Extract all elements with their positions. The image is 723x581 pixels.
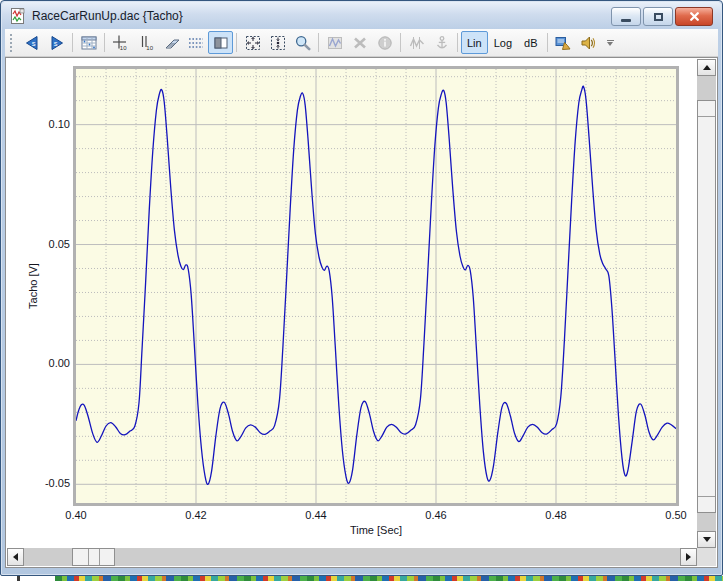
y-axis-title: Tacho [V] xyxy=(27,263,39,309)
app-icon xyxy=(10,8,26,24)
lin-scale-button[interactable]: Lin xyxy=(461,31,488,54)
zoom-selection-button[interactable] xyxy=(265,31,290,54)
toolbar-separator xyxy=(547,33,548,52)
zoom-fit-icon xyxy=(244,34,262,52)
x-tick-label: 0.40 xyxy=(65,509,86,521)
minimize-icon xyxy=(621,19,631,22)
scrollbar-corner xyxy=(697,548,716,566)
anchor-button[interactable] xyxy=(429,31,454,54)
anchor-icon xyxy=(433,34,451,52)
y-tick-label: 0.10 xyxy=(22,118,70,130)
y-scale-10-icon: 10 xyxy=(137,34,155,52)
x-tick-label: 0.44 xyxy=(305,509,326,521)
toolbar-overflow[interactable] xyxy=(607,40,614,46)
arrow-left-icon xyxy=(13,553,18,561)
curve-edit-icon xyxy=(326,34,344,52)
zoom-fit-button[interactable] xyxy=(240,31,265,54)
background-window-mark xyxy=(17,576,20,581)
stacked-layers-icon xyxy=(162,34,180,52)
scroll-down-button[interactable] xyxy=(697,531,716,548)
magnifier-button[interactable] xyxy=(290,31,315,54)
arrow-down-icon xyxy=(703,537,711,542)
delete-button[interactable] xyxy=(347,31,372,54)
background-window-strip xyxy=(0,576,723,581)
restore-icon xyxy=(654,13,663,21)
next-event-button[interactable]: s xyxy=(44,31,69,54)
transfer-icon xyxy=(554,34,572,52)
info-button[interactable] xyxy=(372,31,397,54)
curve-edit-button[interactable] xyxy=(322,31,347,54)
minimize-button[interactable] xyxy=(611,7,641,26)
svg-text:s: s xyxy=(31,39,35,48)
screen: RaceCarRunUp.dac {Tacho} s xyxy=(0,0,723,581)
plot-client-area: 0.400.420.440.460.480.500.100.050.00-0.0… xyxy=(5,57,718,568)
vertical-scroll-thumb[interactable] xyxy=(697,100,716,513)
delete-x-icon xyxy=(351,34,369,52)
horizontal-scroll-thumb[interactable] xyxy=(72,548,115,566)
svg-text:10: 10 xyxy=(146,45,153,51)
y-tick-label: 0.00 xyxy=(22,357,70,369)
arrow-right-icon xyxy=(686,553,691,561)
speaker-button[interactable] xyxy=(576,31,601,54)
scroll-right-button[interactable] xyxy=(680,548,697,566)
background-toggle-icon xyxy=(212,34,230,52)
toolbar-separator xyxy=(236,33,237,52)
background-toggle-button[interactable] xyxy=(208,31,233,54)
x-tick-label: 0.42 xyxy=(185,509,206,521)
x-tick-label: 0.46 xyxy=(425,509,446,521)
x-scale-button[interactable]: 10 xyxy=(108,31,133,54)
background-colormap-strip xyxy=(55,576,723,581)
info-icon xyxy=(376,34,394,52)
zoom-selection-icon xyxy=(269,34,287,52)
toolbar-separator xyxy=(400,33,401,52)
x-axis-title: Time [Sec] xyxy=(76,524,676,536)
overflow-chevron-icon xyxy=(607,42,613,46)
arrow-up-icon xyxy=(703,65,711,70)
magnifier-icon xyxy=(294,34,312,52)
wave-markers-button[interactable] xyxy=(404,31,429,54)
x-tick-label: 0.50 xyxy=(665,509,686,521)
prev-event-button[interactable]: s xyxy=(19,31,44,54)
toolbar-separator xyxy=(104,33,105,52)
scroll-left-button[interactable] xyxy=(7,548,24,566)
overflow-bar-icon xyxy=(607,40,614,41)
y-tick-label: 0.05 xyxy=(22,238,70,250)
titlebar[interactable]: RaceCarRunUp.dac {Tacho} xyxy=(2,2,721,29)
scroll-up-button[interactable] xyxy=(697,59,716,76)
close-icon xyxy=(689,11,700,22)
close-button[interactable] xyxy=(675,7,713,26)
toolbar: s s xyxy=(5,29,718,57)
toolbar-grip[interactable] xyxy=(10,34,14,52)
toolbar-separator xyxy=(318,33,319,52)
svg-text:10: 10 xyxy=(119,45,126,51)
dotted-grid-icon xyxy=(187,34,205,52)
horizontal-scrollbar[interactable] xyxy=(7,548,697,566)
log-scale-button[interactable]: Log xyxy=(488,31,518,54)
prev-event-icon: s xyxy=(23,34,41,52)
y-tick-label: -0.05 xyxy=(22,477,70,489)
window-title: RaceCarRunUp.dac {Tacho} xyxy=(32,9,183,23)
vertical-scrollbar[interactable] xyxy=(697,59,716,548)
waveform-chart[interactable] xyxy=(76,69,676,503)
wave-markers-icon xyxy=(408,34,426,52)
plot-area[interactable] xyxy=(73,66,679,506)
speaker-icon xyxy=(579,34,597,52)
transfer-button[interactable] xyxy=(551,31,576,54)
stacked-layers-button[interactable] xyxy=(158,31,183,54)
data-grid-button[interactable] xyxy=(76,31,101,54)
dotted-grid-button[interactable] xyxy=(183,31,208,54)
toolbar-separator xyxy=(457,33,458,52)
data-grid-icon xyxy=(80,34,98,52)
x-tick-label: 0.48 xyxy=(545,509,566,521)
y-scale-button[interactable]: 10 xyxy=(133,31,158,54)
toolbar-separator xyxy=(72,33,73,52)
curve-window: RaceCarRunUp.dac {Tacho} s xyxy=(0,0,723,576)
next-event-icon: s xyxy=(48,34,66,52)
db-scale-button[interactable]: dB xyxy=(518,31,543,54)
x-scale-10-icon: 10 xyxy=(112,34,130,52)
svg-text:s: s xyxy=(53,39,57,48)
restore-button[interactable] xyxy=(643,7,673,26)
